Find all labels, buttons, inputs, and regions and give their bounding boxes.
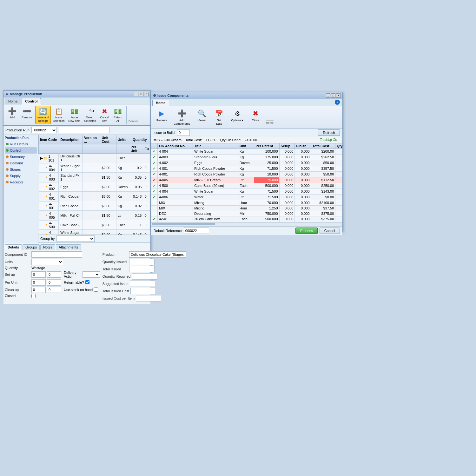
- table-row[interactable]: 🔸4-001 Rich Cocoa I $5.00 Kg 0.143 0: [39, 192, 150, 201]
- td-desc: White Sugar 1: [59, 163, 83, 173]
- ic-info-icon[interactable]: i: [335, 100, 340, 105]
- cancel-item-button[interactable]: ✖ Cancel Item: [98, 106, 111, 124]
- ic-table-row[interactable]: ✓ 4-003 Standard Flour Kg 175.000 0.000 …: [151, 154, 343, 160]
- nav-control[interactable]: Control: [5, 147, 37, 154]
- td-qty-per-unit: 0.2: [129, 163, 143, 173]
- maximize-button[interactable]: □: [139, 92, 143, 96]
- delivery-action-select[interactable]: [83, 271, 100, 278]
- ic-cancel-button[interactable]: Cancel: [320, 228, 340, 234]
- ic-add-components-button[interactable]: ➕ AddComponents: [171, 107, 193, 127]
- issue-to-build-input[interactable]: 0: [177, 129, 190, 136]
- h-scrollbar[interactable]: [152, 223, 215, 225]
- ic-close-ribbon-button[interactable]: ✖ Close: [248, 107, 263, 123]
- ic-process-button[interactable]: ▶ Process: [154, 107, 170, 123]
- refresh-button[interactable]: Refresh: [318, 129, 340, 136]
- per-unit-wastage[interactable]: [47, 279, 61, 286]
- expand-icon[interactable]: ▶: [40, 156, 43, 160]
- table-row[interactable]: 🔸4-004 White Sugar 1 $2.00 Kg 0.2 0: [39, 163, 150, 173]
- td-title: Eggs: [193, 160, 238, 166]
- close-button[interactable]: ✕: [144, 92, 149, 96]
- minimize-button[interactable]: _: [134, 92, 138, 96]
- table-row[interactable]: 🔸4-003 Standard Fk 1 $1.50 Kg 0.35 0: [39, 173, 150, 182]
- setup-qty[interactable]: [31, 271, 46, 278]
- prod-run-select[interactable]: 000022: [31, 127, 57, 133]
- nav-receipts[interactable]: Receipts: [5, 179, 37, 185]
- ic-table-row[interactable]: ✓ 4-500 Cake Base (20 cm) Each 500.000 0…: [151, 183, 343, 188]
- td-qty-on-hand: 750.000: [335, 211, 342, 216]
- add-button[interactable]: ➕ Add: [5, 106, 19, 121]
- nav-summary[interactable]: Summary: [5, 154, 37, 160]
- qty-issued-input[interactable]: [129, 259, 155, 265]
- closed-label: Closed: [5, 294, 30, 298]
- issue-selection-button[interactable]: 📋 Issue Selection: [51, 106, 66, 124]
- ic-table-row[interactable]: ✓ 4-002 Eggs Dozen 25.000 0.000 0.000 $5…: [151, 160, 343, 166]
- ic-set-date-button[interactable]: 📅 SetDate: [211, 107, 227, 127]
- ic-maximize-button[interactable]: □: [331, 93, 335, 98]
- ic-minimize-button[interactable]: _: [326, 93, 330, 98]
- product-input[interactable]: [129, 251, 186, 258]
- table-row[interactable]: 🔸4-005 Milk - Full Cr $1.50 Ltr 0.15 0: [39, 211, 150, 220]
- nav-stages[interactable]: Stages: [5, 166, 37, 173]
- group-by-select[interactable]: [56, 235, 95, 242]
- clean-up-qty[interactable]: [31, 287, 46, 293]
- td-qty: 0: [143, 201, 150, 211]
- return-all-button[interactable]: 💵 Return All: [112, 106, 124, 124]
- detail-tab-details[interactable]: Details: [5, 244, 22, 250]
- remove-button[interactable]: ➖ Remove: [19, 106, 35, 121]
- table-scroll[interactable]: Item Code Description Version ... Unit C…: [38, 135, 150, 235]
- detail-tab-groups[interactable]: Groups: [23, 244, 40, 250]
- suggested-issue-input[interactable]: [130, 281, 155, 287]
- return-selection-button[interactable]: ↩ Return Selection: [83, 106, 98, 124]
- default-reference-input[interactable]: 000022: [184, 228, 209, 234]
- td-qty-on-hand: -160.000: [335, 183, 342, 188]
- issue-new-item-button[interactable]: 💵 Issue New Item: [67, 106, 82, 124]
- td-desc: Rich Cocoa I: [59, 201, 83, 211]
- ic-process-submit-button[interactable]: Process: [295, 228, 318, 234]
- ic-table-row[interactable]: ✓ 4-004 White Sugar Kg 71.500 0.000 0.00…: [151, 188, 343, 194]
- ic-table-row[interactable]: DEC Decorating Min 750.000 0.000 0.000 $…: [151, 211, 343, 216]
- table-row[interactable]: 🔸4-002 Eggs $2.00 Dozen 0.05 0: [39, 182, 150, 192]
- ic-table-row[interactable]: MIX Mixing Hour 70.000 0.000 0.000 $2100…: [151, 200, 343, 205]
- closed-checkbox[interactable]: [31, 294, 36, 298]
- use-stock-checkbox[interactable]: [94, 288, 98, 292]
- tab-control[interactable]: Control: [22, 98, 41, 104]
- ic-table-container[interactable]: OK Account No Title Unit Per Parent Setu…: [151, 143, 342, 222]
- ic-table-row[interactable]: ✓ 4-001 Rich Cocoa Powder Kg 10.000 0.00…: [151, 171, 343, 177]
- nav-supply[interactable]: Supply: [5, 173, 37, 179]
- returnable-checkbox[interactable]: [85, 280, 89, 284]
- qty-required-input[interactable]: [132, 273, 157, 280]
- ic-table-row[interactable]: ✓ 4-001 Rich Cocoa Powder Kg 71.500 0.00…: [151, 166, 343, 171]
- qty-on-hand-label: Qty On Hand:: [220, 138, 241, 142]
- tab-home[interactable]: Home: [5, 98, 21, 104]
- detail-tab-attachments[interactable]: Attachments: [56, 244, 81, 250]
- ic-table-row[interactable]: MIX Mixing Hour 1.250 0.000 0.000 $37.50…: [151, 205, 343, 211]
- td-version: [83, 211, 100, 220]
- nav-run-details[interactable]: Run Details: [5, 141, 37, 147]
- nav-dot-demand: [6, 162, 9, 164]
- ic-close-button[interactable]: ✕: [336, 93, 340, 98]
- ic-table-row[interactable]: ✓ 4-006 Water Ltr 71.500 0.000 0.000 $0.…: [151, 194, 343, 200]
- table-row[interactable]: ▶📁 1-101 Delicious Ch 1 Each: [39, 153, 150, 163]
- ic-viewer-button[interactable]: 🔍 Viewer: [194, 107, 210, 123]
- total-issued-input[interactable]: [129, 266, 155, 272]
- ic-table-row[interactable]: ✓ 4-004 White Sugar Kg 100.000 0.000 0.0…: [151, 149, 343, 154]
- clean-up-wastage[interactable]: [47, 287, 61, 293]
- issued-cost-per-item-input[interactable]: [136, 295, 161, 301]
- nav-demand[interactable]: Demand: [5, 160, 37, 166]
- table-row[interactable]: 🔸4-001 Rich Cocoa I $5.00 Kg 0.02 0: [39, 201, 150, 211]
- table-row[interactable]: 🔸4-500 Cake Base ( $0.50 Each 1 0: [39, 220, 150, 230]
- ic-options-button[interactable]: ⚙ Options ▾: [228, 107, 247, 123]
- ic-tab-home[interactable]: Home: [152, 100, 169, 106]
- td-version: [83, 192, 100, 201]
- table-row[interactable]: 🔸4-004 White Sugar 1 $2.00 Kg 0.143 0: [39, 230, 150, 235]
- issue-receipt-button[interactable]: 🔄 Issue and Receipt: [35, 106, 51, 124]
- setup-wastage[interactable]: [47, 271, 61, 278]
- prod-run-desc[interactable]: [59, 127, 109, 133]
- detail-tab-notes[interactable]: Notes: [40, 244, 55, 250]
- per-unit-qty[interactable]: [31, 279, 46, 286]
- ic-table-row[interactable]: ✓ 4-501 20 cm Cake Box Each 500.000 0.00…: [151, 216, 343, 222]
- total-issued-cost-input[interactable]: [130, 288, 156, 294]
- component-id-input[interactable]: [31, 251, 82, 258]
- ic-table-row-selected[interactable]: ✓ 4-005 Milk - Full Cream Ltr 75.000 0.0…: [151, 177, 343, 183]
- units-select[interactable]: [31, 259, 63, 265]
